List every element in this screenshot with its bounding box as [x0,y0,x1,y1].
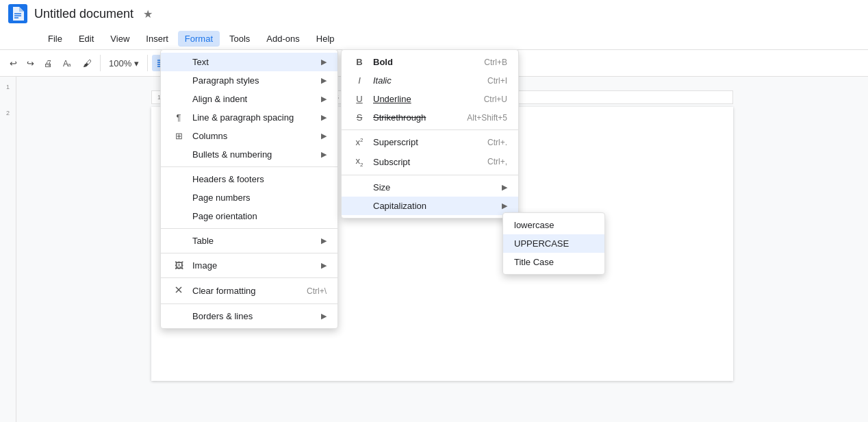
ruler-mark: 5 [335,94,339,101]
print-button[interactable]: 🖨 [40,55,57,71]
align-right-button[interactable] [193,55,212,71]
menu-insert[interactable]: Insert [139,31,175,47]
svg-marker-26 [246,65,248,66]
menu-addons[interactable]: Add-ons [259,31,306,47]
toolbar-separator-3 [237,55,238,71]
document-page[interactable]: ☰ [151,107,733,381]
ruler-bar: 1 2 3 4 5 6 7 [151,90,733,104]
top-ruler: 1 2 3 4 5 6 7 [151,90,733,104]
ruler-mark-2: 2 [6,110,10,116]
svg-point-31 [295,60,297,62]
menu-view[interactable]: View [103,31,136,47]
align-left-button[interactable] [152,55,171,71]
svg-text:a: a [68,62,71,68]
align-center-button[interactable] [173,55,192,71]
decrease-indent-button[interactable] [339,55,358,71]
menu-bar: File Edit View Insert Format Tools Add-o… [0,27,868,49]
svg-text:1.: 1. [316,58,320,63]
toolbar-separator-2 [147,55,148,71]
line-spacing-button[interactable] [242,55,261,71]
title-bar: Untitled document ★ [0,0,868,27]
ruler-mark: 2 [202,94,205,101]
toolbar: ↩ ↪ 🖨 Aa 🖌 100% ▾ 1.2. ✕ [0,49,868,77]
paint-format-button[interactable]: 🖌 [79,55,96,71]
spellcheck-button[interactable]: Aa [58,55,77,71]
main-area: 1 2 1 2 3 4 5 6 7 ☰ [0,77,868,422]
toolbar-separator-1 [100,55,101,71]
menu-file[interactable]: File [41,31,69,47]
ruler-mark: 4 [291,94,294,101]
menu-tools[interactable]: Tools [222,31,257,47]
star-icon[interactable]: ★ [143,8,153,21]
ruler-mark: 7 [424,94,428,101]
bullets-button[interactable] [290,55,309,71]
left-ruler: 1 2 [0,77,16,422]
menu-format[interactable]: Format [178,31,220,47]
app-icon [8,4,27,23]
ruler-mark: 3 [246,94,250,101]
menu-help[interactable]: Help [309,31,342,47]
svg-point-33 [295,64,297,66]
redo-button[interactable]: ↪ [23,55,38,71]
menu-edit[interactable]: Edit [72,31,101,47]
align-justify-button[interactable] [214,55,233,71]
ruler-mark: 1 [157,94,161,101]
toolbar-separator-6 [383,55,383,71]
toolbar-separator-4 [265,55,266,71]
svg-marker-25 [246,60,248,61]
svg-text:2.: 2. [316,63,320,68]
ruler-mark-1: 1 [6,84,10,90]
svg-rect-27 [275,60,279,63]
numbered-list-button[interactable]: 1.2. [311,55,330,71]
page-icon: ☰ [192,135,205,150]
clear-formatting-button[interactable]: ✕ [387,55,403,71]
svg-marker-46 [365,62,367,64]
checklist-button[interactable] [270,55,289,71]
ruler-mark: 6 [380,94,383,101]
toolbar-separator-5 [334,55,335,71]
undo-button[interactable]: ↩ [5,55,21,71]
svg-marker-42 [344,62,346,64]
increase-indent-button[interactable] [359,55,379,71]
zoom-button[interactable]: 100% ▾ [105,55,143,71]
svg-rect-29 [275,64,279,68]
document-area: 1 2 3 4 5 6 7 ☰ [16,77,868,422]
document-title: Untitled document [34,7,133,21]
